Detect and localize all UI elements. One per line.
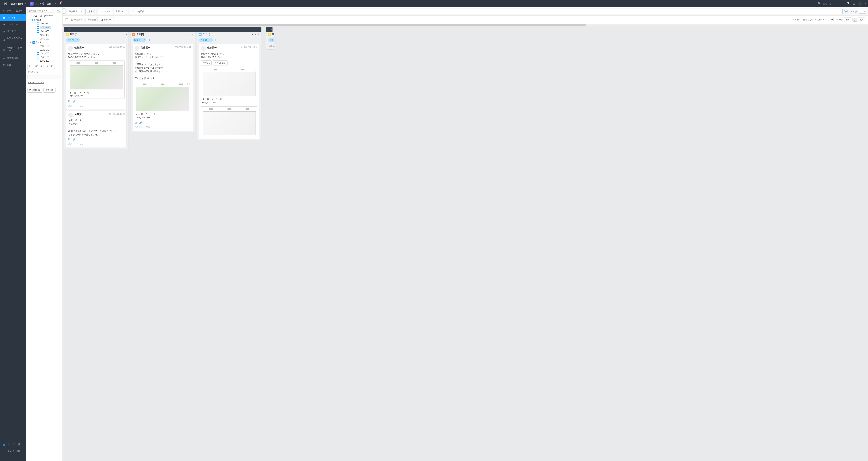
copy-icon[interactable]: ⧉ [220,98,222,101]
label-filter[interactable]: ラベルを選択✕ [130,9,842,14]
share-icon[interactable]: ↗ [212,98,214,101]
attachment-checkbox[interactable] [254,108,256,110]
bulk-read-button[interactable]: 一括既読 [86,17,98,22]
edit-icon[interactable]: ✎ [258,33,260,36]
tree-row[interactable]: ✓ c061-080 [27,33,61,37]
check-icon[interactable]: ☑ [68,138,70,141]
lane-title[interactable]: 動画 [2] [70,33,78,36]
bulk-label-link[interactable]: まとめラベル追加 [27,81,61,85]
tree-checkbox[interactable]: ✓ [37,34,39,36]
image-only-button[interactable]: 🖼 画像のみ [99,17,114,22]
download-icon[interactable]: ⬇ [136,113,138,116]
remove-tag-icon[interactable]: ✕ [77,39,79,41]
global-search[interactable]: 🔍 [817,2,843,6]
per-page-select[interactable]: 3 [827,18,834,21]
sort-select[interactable]: 並び替え▾ [67,9,84,14]
bulk-post-button[interactable]: 📋 一括投稿 [69,17,85,22]
check-icon[interactable]: ✓ [188,33,190,36]
grid-icon[interactable]: ▦ [141,113,143,116]
add-tag-button[interactable]: ＋ [148,38,151,42]
clear-icon[interactable]: ✕ [839,10,841,13]
lane-title[interactable]: 動画 [0 [272,33,274,36]
link-icon[interactable]: 🔗 [73,100,75,103]
quote-icon[interactable]: ❝ [216,98,218,101]
next-page[interactable]: 次へ [858,18,865,22]
clear-all-button[interactable]: 全て解除 [43,88,56,93]
lane-title[interactable]: 原画 [1] [136,33,144,36]
collapse-nav[interactable]: ▸ [0,455,26,461]
edit-icon[interactable]: ✎ [191,33,193,36]
nav-item[interactable]: ▤担当別ヒートマップ [0,44,26,55]
collapse-icon[interactable]: ▴ [186,33,187,36]
copy-icon[interactable]: ⧉ [87,91,89,94]
assignee-tag[interactable]: 佐藤 賢一 ✕ [199,38,213,42]
tree-checkbox[interactable]: ✓ [37,45,39,48]
nav-item[interactable]: ▦スレッド [0,14,26,21]
search-input[interactable] [823,2,843,5]
check-icon[interactable]: ☑ [134,121,137,124]
nav-item[interactable]: ⚙設定 [0,61,26,68]
check-icon[interactable]: ☑ [68,100,70,103]
nav-item[interactable]: 👥メンバー一覧 [0,441,26,448]
lane-group-header[interactable]: c002 [266,27,273,32]
check-icon[interactable]: ✓ [122,33,124,36]
clear-icon[interactable]: ✕ [52,9,54,12]
tree-row[interactable]: ✓ c161-180 [27,55,61,59]
copy-icon[interactable]: ⧉ [154,113,155,116]
nav-item[interactable]: ▭案件掲示板 [0,55,26,61]
nav-item[interactable]: ≡テーブルビュー [0,7,26,14]
extra-select[interactable]: ▴▾ [859,9,866,13]
image-compare-button[interactable]: 🖼 画像比較 [27,88,42,93]
tree-checkbox[interactable]: ✓ [30,15,32,17]
add-tag-button[interactable]: ＋ [214,38,217,42]
share-icon[interactable]: ↗ [79,91,81,94]
attachment-checkbox[interactable] [254,68,256,70]
download-all-button[interactable]: 全てDL [201,60,212,65]
tree-checkbox[interactable]: ✓ [37,49,39,51]
tree-row[interactable]: ✓ c141-160 [27,52,61,55]
tree-row[interactable]: ✓ c101-120 [27,44,61,48]
tree-row[interactable]: ▾ ✓ アニメ編～進行管理～ [27,14,61,18]
info-button[interactable]: ℹ [27,64,32,69]
tree-checkbox[interactable]: ✓ [37,56,39,58]
remove-tag-icon[interactable]: ✕ [144,39,145,41]
thumbnail-image[interactable] [136,87,189,111]
tree-checkbox[interactable]: ✓ [37,30,39,33]
assignee-tag[interactable]: 佐藤 賢一 ✕ [132,38,146,42]
tree-row[interactable]: ✓ c001-020 [27,22,61,26]
grid-icon[interactable]: ▦ [207,98,209,101]
label-input[interactable] [27,75,61,79]
nav-item[interactable]: ◱新着サムネビュー [0,35,26,44]
nav-item[interactable]: ▥サムネビュー [0,28,26,35]
quote-icon[interactable]: ❝ [150,113,151,116]
download-icon[interactable]: ⬇ [202,98,204,101]
thumbnail-image[interactable] [203,112,256,135]
tree-row[interactable]: ✓ c181-200 [27,59,61,63]
tree-row[interactable]: ✓ c081-100 [27,37,61,40]
tree-search-input[interactable] [29,10,52,12]
status-filter[interactable]: ステータス [98,9,112,14]
chevron-down-icon[interactable]: ▾ [55,3,56,5]
check-icon[interactable]: ✓ [255,33,256,36]
link-mode-button[interactable]: 🔗 ひも付けモード [33,64,55,69]
notifications-button[interactable] [59,2,62,6]
app-logo[interactable] [4,1,7,6]
tree-row[interactable]: ▾ ✓ Apart [27,18,61,22]
download-icon[interactable]: ⬇ [69,91,71,94]
collapse-icon[interactable]: ▴ [119,33,120,36]
user-avatar[interactable] [858,2,862,6]
tree-row[interactable]: ✓ c021-040 [27,26,61,30]
tree-checkbox[interactable]: ✓ [37,26,39,29]
tree-checkbox[interactable]: ✓ [37,23,39,25]
share-icon[interactable]: ↗ [145,113,147,116]
edit-icon[interactable]: ✎ [125,33,127,36]
detail-filter-link[interactable]: 詳細フィルタ [844,10,857,13]
project-name[interactable]: アニメ編～進行... [35,2,54,5]
thumbnail-image[interactable] [70,65,123,89]
collapse-tree-button[interactable]: ‹ [63,8,65,13]
tree-checkbox[interactable]: ✓ [37,52,39,55]
horizontal-scrollbar[interactable] [63,24,868,26]
thumbnail-image[interactable] [203,72,256,96]
lane-title[interactable]: ラフ [1] [203,33,210,36]
select-all-checkbox[interactable] [65,19,68,21]
